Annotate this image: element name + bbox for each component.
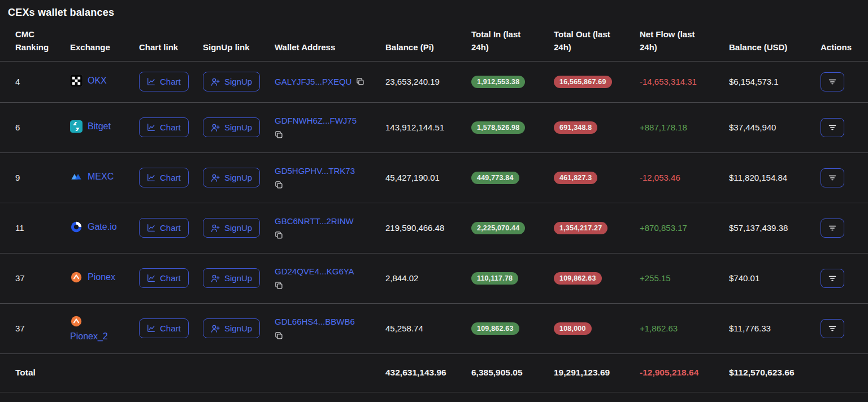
signup-link-cell: SignUp	[203, 318, 275, 338]
cmc-ranking-cell: 6	[15, 123, 70, 132]
exchange-link-gateio[interactable]: Gate.io	[70, 221, 117, 233]
chart-link-cell: Chart	[139, 72, 203, 91]
row-actions-button[interactable]	[821, 118, 844, 137]
total-out-cell: 691,348.8	[554, 121, 640, 134]
chart-button[interactable]: Chart	[139, 72, 189, 91]
row-actions-button[interactable]	[821, 72, 844, 91]
total-out-cell: 1,354,217.27	[554, 222, 640, 234]
signup-button[interactable]: SignUp	[203, 218, 260, 238]
copy-icon	[356, 77, 364, 86]
copy-address-button[interactable]	[275, 231, 283, 239]
signup-button[interactable]: SignUp	[203, 117, 260, 137]
signup-button[interactable]: SignUp	[203, 72, 260, 91]
total-out-cell: 108,000	[554, 322, 640, 335]
row-actions-button[interactable]	[821, 319, 844, 338]
wallet-address-link[interactable]: GBC6NRTT...2RINW	[275, 216, 354, 226]
copy-address-button[interactable]	[275, 331, 283, 340]
total-balance-pi: 432,631,143.96	[385, 368, 471, 378]
exchange-link-okx[interactable]: OKX	[70, 75, 107, 87]
signup-link-cell: SignUp	[203, 72, 275, 91]
total-out-badge: 691,348.8	[554, 121, 597, 134]
row-actions-button[interactable]	[821, 269, 844, 288]
wallet-address-cell: GD5HGPHV...TRK73	[275, 166, 385, 189]
line-chart-icon	[147, 77, 155, 86]
line-chart-icon	[147, 274, 155, 282]
total-balance-usd: $112,570,623.66	[729, 368, 821, 378]
total-in-badge: 449,773.84	[471, 172, 519, 184]
col-header-balance-usd: Balance (USD)	[729, 41, 821, 54]
total-in-cell: 2,225,070.44	[471, 222, 554, 234]
balance-pi-cell: 45,258.74	[385, 324, 471, 333]
filter-icon	[828, 274, 837, 283]
row-actions-button[interactable]	[821, 168, 844, 187]
wallet-address-link[interactable]: GDL66HS4...BBWB6	[275, 317, 355, 326]
col-header-signup-link: SignUp link	[203, 41, 275, 54]
filter-icon	[828, 324, 837, 333]
copy-icon	[275, 281, 283, 290]
net-flow-cell: -12,053.46	[640, 173, 729, 182]
copy-address-button[interactable]	[356, 77, 364, 86]
bitget-logo-icon	[70, 120, 83, 133]
exchange-name: Pionex_2	[70, 331, 108, 342]
chart-button[interactable]: Chart	[139, 218, 189, 238]
signup-link-cell: SignUp	[203, 268, 275, 288]
total-out-badge: 16,565,867.69	[554, 76, 612, 88]
table-row: 37 Pionex_2 Chart SignUp	[0, 304, 868, 354]
chart-button[interactable]: Chart	[139, 117, 189, 137]
signup-button[interactable]: SignUp	[203, 168, 260, 187]
chart-link-cell: Chart	[139, 218, 203, 238]
actions-cell	[821, 219, 859, 238]
exchange-cell: Pionex	[70, 271, 139, 285]
exchange-link-bitget[interactable]: Bitget	[70, 120, 111, 133]
actions-cell	[821, 269, 859, 288]
balances-table: CMC Ranking Exchange Chart link SignUp l…	[0, 28, 868, 392]
copy-address-button[interactable]	[275, 130, 283, 139]
exchange-name: Pionex	[88, 272, 115, 282]
copy-address-button[interactable]	[275, 181, 283, 189]
cex-wallet-balances-page: CEXs wallet balances CMC Ranking Exchang…	[0, 0, 868, 392]
net-flow-cell: +887,178.18	[640, 123, 729, 132]
copy-icon	[275, 331, 283, 340]
copy-address-button[interactable]	[275, 281, 283, 290]
filter-icon	[828, 123, 837, 132]
exchange-name: Bitget	[88, 121, 111, 132]
table-row: 4 OKX Chart SignUp	[0, 62, 868, 103]
exchange-link-pionex[interactable]: Pionex	[70, 271, 115, 283]
wallet-address-link[interactable]: GDFNWH6Z...FWJ75	[275, 116, 357, 125]
total-in-cell: 109,862.63	[471, 322, 554, 335]
chart-button[interactable]: Chart	[139, 268, 189, 288]
chart-button[interactable]: Chart	[139, 318, 189, 338]
chart-link-cell: Chart	[139, 318, 203, 338]
wallet-address-link[interactable]: GD5HGPHV...TRK73	[275, 166, 355, 176]
row-actions-button[interactable]	[821, 219, 844, 238]
total-out-badge: 108,000	[554, 322, 592, 335]
col-header-chart-link: Chart link	[139, 41, 203, 54]
okx-logo-icon	[70, 75, 83, 87]
user-plus-icon	[211, 173, 220, 182]
balance-pi-cell: 45,427,190.01	[385, 173, 471, 182]
total-in-sum: 6,385,905.05	[471, 368, 554, 378]
actions-cell	[821, 319, 859, 338]
net-flow-cell: -14,653,314.31	[640, 77, 729, 86]
total-in-cell: 1,912,553.38	[471, 76, 554, 88]
line-chart-icon	[147, 324, 155, 333]
signup-link-cell: SignUp	[203, 117, 275, 137]
user-plus-icon	[211, 274, 220, 283]
exchange-cell: Bitget	[70, 120, 139, 134]
cmc-ranking-cell: 37	[15, 273, 70, 283]
wallet-address-cell: GD24QVE4...KG6YA	[275, 266, 385, 290]
total-out-cell: 109,862.63	[554, 272, 640, 285]
line-chart-icon	[147, 224, 155, 232]
balance-pi-cell: 219,590,466.48	[385, 223, 471, 233]
exchange-name: Gate.io	[88, 222, 117, 232]
wallet-address-cell: GALYJFJ5...PXEQU	[275, 77, 385, 86]
signup-button[interactable]: SignUp	[203, 318, 260, 338]
col-header-wallet-address: Wallet Address	[275, 41, 385, 54]
exchange-link-mexc[interactable]: MEXC	[70, 171, 114, 183]
wallet-address-link[interactable]: GD24QVE4...KG6YA	[275, 266, 354, 276]
chart-button[interactable]: Chart	[139, 168, 189, 187]
wallet-address-link[interactable]: GALYJFJ5...PXEQU	[275, 77, 351, 86]
exchange-link-pionex-2[interactable]: Pionex_2	[70, 315, 108, 342]
signup-button[interactable]: SignUp	[203, 268, 260, 288]
balance-pi-cell: 2,844.02	[385, 273, 471, 283]
